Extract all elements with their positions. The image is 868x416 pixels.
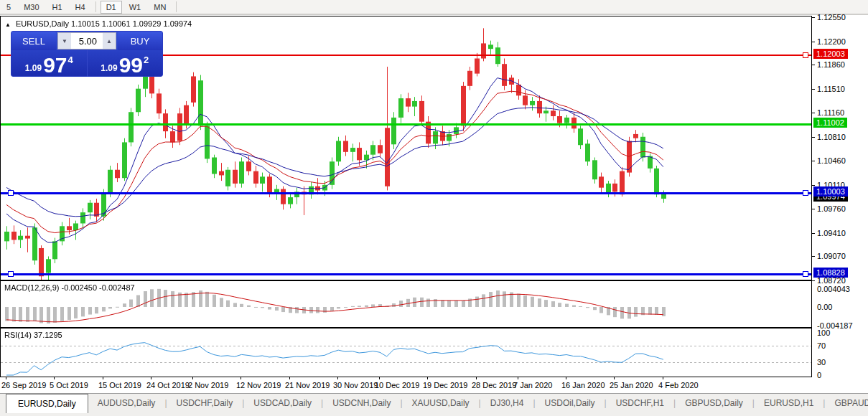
date-tick-mark bbox=[566, 377, 566, 379]
symbol-ohlc-line: ▲ EURUSD,Daily 1.10015 1.10061 1.09929 1… bbox=[5, 19, 192, 28]
price-tick-mark bbox=[812, 65, 815, 65]
buy-price-big: 99 bbox=[119, 55, 143, 75]
price-tick-label: 1.09410 bbox=[817, 229, 846, 237]
date-tick-mark bbox=[103, 377, 103, 379]
chart-tab-audusd-daily[interactable]: AUDUSD,Daily bbox=[88, 394, 165, 412]
price-axis[interactable]: 1.125501.122001.118601.115101.111601.108… bbox=[812, 16, 868, 377]
price-tick-mark bbox=[812, 233, 815, 234]
chart-tab-eurusd-h1[interactable]: EURUSD,H1 bbox=[755, 394, 823, 412]
rsi-label: RSI(14) 37.1295 bbox=[4, 331, 62, 339]
price-tick-mark bbox=[812, 17, 815, 18]
price-tick-label: 1.10460 bbox=[817, 156, 846, 165]
toolbar-separator bbox=[95, 1, 96, 12]
price-tick-label: 1.09070 bbox=[817, 252, 846, 260]
volume-input[interactable]: 5.00 bbox=[71, 33, 103, 49]
date-axis[interactable]: 26 Sep 20195 Oct 201915 Oct 201924 Oct 2… bbox=[0, 377, 812, 393]
chart-tab-usdcnh-daily[interactable]: USDCNH,Daily bbox=[323, 394, 400, 412]
date-tick-mark bbox=[476, 377, 477, 379]
timeframe-button-h4[interactable]: H4 bbox=[70, 1, 91, 14]
price-tick-mark bbox=[812, 113, 815, 113]
date-tick-label: 30 Nov 2019 bbox=[333, 381, 378, 389]
date-tick-label: 16 Jan 2020 bbox=[561, 381, 605, 389]
rsi-canvas[interactable] bbox=[1, 328, 811, 377]
volume-decrease-button[interactable]: ▼ bbox=[58, 33, 71, 49]
volume-spinner: ▼ 5.00 ▲ bbox=[57, 32, 116, 49]
date-tick-mark bbox=[151, 377, 151, 379]
date-tick-label: 10 Dec 2019 bbox=[375, 381, 419, 389]
timeframe-button-h1[interactable]: H1 bbox=[47, 1, 68, 14]
price-tick-mark bbox=[812, 209, 815, 209]
date-tick-mark bbox=[54, 377, 55, 379]
date-tick-label: 7 Jan 2020 bbox=[513, 381, 552, 389]
price-tick-mark bbox=[812, 137, 815, 138]
chart-tab-eurusd-daily[interactable]: EURUSD,Daily bbox=[6, 394, 88, 413]
buy-price-small: 1.09 bbox=[101, 63, 117, 73]
price-tick-mark bbox=[812, 42, 815, 42]
sell-price-big: 97 bbox=[43, 55, 67, 75]
date-tick-label: 24 Oct 2019 bbox=[146, 381, 190, 389]
chart-tab-usdchf-h1[interactable]: USDCHF,H1 bbox=[607, 394, 673, 412]
date-tick-label: 28 Dec 2019 bbox=[472, 381, 516, 389]
chart-tab-gbpusd-daily[interactable]: GBPUSD,Daily bbox=[676, 394, 752, 412]
timeframe-button-m30[interactable]: M30 bbox=[18, 1, 45, 14]
date-tick-label: 2 Nov 2019 bbox=[188, 381, 228, 389]
level-badge: 1.10003 bbox=[813, 186, 848, 197]
chart-tab-gbpaud-h1[interactable]: GBPAUD,H1 bbox=[825, 394, 868, 412]
chart-tab-usdchf-daily[interactable]: USDCHF,Daily bbox=[167, 394, 243, 412]
timeframe-button-d1[interactable]: D1 bbox=[101, 1, 122, 14]
timeframe-toolbar: 5M30H1H4D1W1MN bbox=[0, 0, 868, 15]
volume-increase-button[interactable]: ▲ bbox=[103, 33, 116, 49]
date-tick-mark bbox=[614, 377, 615, 379]
chart-tab-usdcad-daily[interactable]: USDCAD,Daily bbox=[244, 394, 321, 412]
date-tick-label: 21 Nov 2019 bbox=[285, 381, 330, 389]
date-tick-mark bbox=[337, 377, 338, 379]
macd-label: MACD(12,26,9) -0.002450 -0.002487 bbox=[4, 283, 135, 292]
ohlc-values: 1.10015 1.10061 1.09929 1.09974 bbox=[71, 19, 192, 28]
level-badge: 1.11002 bbox=[813, 118, 847, 128]
toolbar-separator bbox=[176, 1, 177, 12]
price-tick-label: 1.10810 bbox=[817, 133, 846, 141]
buy-price-sup: 2 bbox=[144, 55, 149, 65]
timeframe-button-mn[interactable]: MN bbox=[148, 1, 172, 14]
date-tick-label: 26 Sep 2019 bbox=[1, 381, 46, 389]
buy-price-display[interactable]: 1.09 99 2 bbox=[87, 50, 163, 77]
macd-indicator-pane: MACD(12,26,9) -0.002450 -0.002487 bbox=[0, 280, 812, 328]
chart-tab-xauusd-daily[interactable]: XAUUSD,Daily bbox=[403, 394, 479, 412]
date-tick-label: 12 Nov 2019 bbox=[236, 381, 281, 389]
price-tick-mark bbox=[812, 185, 815, 186]
price-tick-label: 1.09760 bbox=[817, 204, 846, 213]
price-tick-mark bbox=[812, 89, 815, 90]
chart-tab-usdoil-daily[interactable]: USDOil,Daily bbox=[536, 394, 605, 412]
date-tick-label: 25 Jan 2020 bbox=[610, 381, 653, 389]
date-tick-mark bbox=[6, 377, 6, 379]
price-tick-mark bbox=[812, 161, 815, 161]
collapse-trade-panel-icon[interactable]: ▲ bbox=[5, 22, 11, 28]
date-tick-label: 19 Dec 2019 bbox=[423, 381, 467, 389]
price-tick-mark bbox=[812, 280, 815, 281]
date-tick-label: 4 Feb 2020 bbox=[658, 381, 699, 389]
rsi-axis-label: 100 bbox=[817, 328, 830, 337]
price-tick-label: 1.11160 bbox=[817, 108, 844, 117]
sell-price-small: 1.09 bbox=[25, 63, 42, 73]
buy-button[interactable]: BUY bbox=[118, 32, 162, 50]
chart-tab-bar: EURUSD,DailyAUDUSD,Daily|USDCHF,Daily|US… bbox=[0, 393, 868, 416]
timeframe-button-w1[interactable]: W1 bbox=[123, 1, 147, 14]
price-tick-label: 1.08720 bbox=[817, 276, 846, 285]
sell-button[interactable]: SELL bbox=[11, 32, 56, 50]
one-click-trade-panel: SELL ▼ 5.00 ▲ BUY 1.09 97 4 1.09 99 2 bbox=[11, 31, 163, 77]
date-tick-mark bbox=[289, 377, 290, 379]
timeframe-button-5[interactable]: 5 bbox=[1, 1, 17, 14]
chart-tab-dj30-h4[interactable]: DJ30,H4 bbox=[481, 394, 533, 412]
symbol-label: EURUSD,Daily bbox=[16, 19, 69, 28]
price-tick-label: 1.12550 bbox=[817, 13, 846, 22]
price-chart-pane: ▲ EURUSD,Daily 1.10015 1.10061 1.09929 1… bbox=[0, 16, 812, 280]
sell-price-display[interactable]: 1.09 97 4 bbox=[11, 50, 87, 77]
rsi-axis-label: 30 bbox=[817, 358, 826, 367]
date-tick-mark bbox=[241, 377, 241, 379]
level-badge: 1.12003 bbox=[813, 49, 848, 59]
date-tick-mark bbox=[663, 377, 663, 379]
date-tick-mark bbox=[518, 377, 518, 379]
sell-price-sup: 4 bbox=[68, 55, 73, 65]
rsi-indicator-pane: RSI(14) 37.1295 bbox=[0, 328, 812, 377]
level-badge: 1.08828 bbox=[813, 268, 848, 278]
